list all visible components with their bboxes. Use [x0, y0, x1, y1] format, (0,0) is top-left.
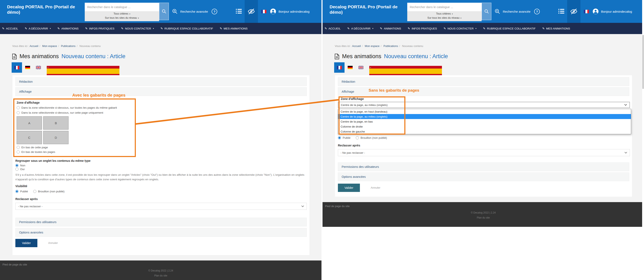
scrollbar[interactable]	[642, 0, 644, 227]
flag-gb-icon[interactable]	[36, 66, 41, 69]
section-permissions[interactable]: Permissions des utilisateurs	[338, 162, 629, 171]
language-flag-fr-icon[interactable]	[261, 10, 266, 13]
user-icon	[270, 8, 276, 14]
visibility-radio-publie[interactable]: Publié	[338, 136, 350, 140]
nav-item-nous-contacter[interactable]: ✎NOUS CONTACTER▾	[121, 27, 154, 30]
main-nav: ✎ACCUEIL ✎A DÉCOUVRIR▾ ✎ANIMATIONS ✎INFO…	[0, 23, 322, 34]
page-title-prefix: Mes animations	[20, 53, 59, 60]
document-icon	[334, 54, 339, 60]
footer-copyright: © Decalog 2022 | 2.24	[322, 211, 644, 214]
user-menu[interactable]: Bonjour admindecalog	[592, 0, 632, 23]
breadcrumb-accueil[interactable]: Accueil	[352, 44, 361, 48]
help-icon[interactable]: ?	[534, 9, 540, 14]
dropdown-option[interactable]: Colonne de droite	[338, 124, 631, 129]
nav-item-espace-collaboratif[interactable]: ✎RUBRIQUE ESPACE COLLABORATIF	[160, 27, 213, 30]
user-menu[interactable]: Bonjour admindecalog	[270, 0, 310, 23]
section-options-avancees[interactable]: Options avancées	[15, 228, 307, 237]
selection-list-icon[interactable]	[236, 8, 242, 15]
footer-sitemap-link[interactable]: Plan du site	[322, 216, 644, 219]
group-radio-non[interactable]: Non	[15, 164, 25, 167]
dropdown-option-highlighted[interactable]: Centre de la page, au milieu (onglets)	[338, 114, 631, 119]
nav-item-accueil[interactable]: ✎ACCUEIL	[324, 27, 340, 30]
zone-radio-bottom-page[interactable]: En bas de cette page	[16, 146, 48, 149]
page-title: Mes animations Nouveau contenu : Article	[12, 53, 126, 60]
section-options-avancees[interactable]: Options avancées	[338, 172, 629, 181]
flag-de-icon[interactable]	[348, 66, 353, 69]
flag-de-icon[interactable]	[25, 66, 30, 69]
breadcrumb-mon-espace[interactable]: Mon espace	[42, 44, 57, 48]
dropdown-option[interactable]: Centre de la page, en bas	[338, 119, 631, 124]
nav-item-espace-collaboratif[interactable]: ✎RUBRIQUE ESPACE COLLABORATIF	[483, 27, 536, 30]
flag-fr-selected[interactable]	[12, 62, 22, 73]
section-redaction[interactable]: Rédaction	[338, 77, 629, 86]
zone-box-a[interactable]: A	[16, 116, 42, 130]
radio-icon	[356, 136, 359, 140]
advanced-search-link[interactable]: Recherche avancée	[503, 10, 530, 13]
search-scope-dropdown[interactable]: Sur tous les sites du réseau▾	[407, 16, 482, 20]
search-input[interactable]	[85, 3, 159, 11]
nav-item-mes-animations[interactable]: ✎MES ANIMATIONS	[542, 27, 570, 30]
dropdown-option[interactable]: Colonne de gauche	[338, 129, 631, 134]
reorder-select[interactable]: - Ne pas reclasser -	[15, 203, 307, 210]
nav-item-infos-pratiques[interactable]: ✎INFOS PRATIQUES	[408, 27, 437, 30]
zone-radio-bottom-all[interactable]: En bas de toutes les pages	[16, 150, 55, 154]
nav-item-animations[interactable]: ✎ANIMATIONS	[380, 27, 401, 30]
zone-radio-all-pages[interactable]: Dans la zone sélectionnée ci-dessous, su…	[16, 106, 117, 109]
annuler-link[interactable]: Annuler	[371, 186, 380, 189]
nav-item-animations[interactable]: ✎ANIMATIONS	[58, 27, 79, 30]
section-permissions[interactable]: Permissions des utilisateurs	[15, 218, 307, 226]
search-input[interactable]	[407, 3, 482, 11]
accessibility-toggle[interactable]	[245, 0, 258, 23]
group-radio-oui[interactable]: Oui	[15, 168, 24, 171]
zone-radio-this-page[interactable]: Dans la zone sélectionnée ci-dessous, su…	[16, 111, 103, 114]
visibility-radio-brouillon[interactable]: Brouillon (non publié)	[33, 190, 64, 193]
breadcrumb-current: Nouveau contenu	[80, 44, 101, 48]
nav-item-a-decouvrir[interactable]: ✎A DÉCOUVRIR▾	[347, 27, 373, 30]
search-scope-dropdown[interactable]: Sur tous les sites du réseau▾	[85, 16, 159, 20]
annuler-link[interactable]: Annuler	[48, 241, 58, 244]
selection-list-icon[interactable]	[558, 8, 565, 15]
zone-select[interactable]: Centre de la page, au milieu (onglets)	[338, 102, 630, 108]
section-affichage[interactable]: Affichage	[15, 87, 307, 96]
zone-box-d[interactable]: D	[43, 131, 68, 144]
site-title[interactable]: Decalog PORTAIL Pro (Portail de démo)	[330, 4, 401, 15]
valider-button[interactable]: Valider	[15, 239, 38, 247]
search-criteria-dropdown[interactable]: Tous critères▾	[407, 12, 482, 16]
breadcrumb-accueil[interactable]: Accueil	[30, 44, 38, 48]
breadcrumb-publications[interactable]: Publications	[383, 44, 398, 48]
section-redaction[interactable]: Rédaction	[15, 77, 307, 86]
page-title-prefix: Mes animations	[342, 53, 381, 60]
nav-item-accueil[interactable]: ✎ACCUEIL	[2, 27, 18, 30]
nav-item-a-decouvrir[interactable]: ✎A DÉCOUVRIR▾	[25, 27, 51, 30]
search-button[interactable]	[159, 3, 169, 20]
flag-gb-icon[interactable]	[358, 66, 364, 69]
advanced-search: Recherche avancée ?	[494, 0, 540, 23]
caret-down-icon: ▾	[452, 13, 453, 15]
scrollbar-thumb[interactable]	[642, 35, 644, 89]
nav-item-mes-animations[interactable]: ✎MES ANIMATIONS	[220, 27, 248, 30]
zone-box-b[interactable]: B	[43, 116, 68, 130]
pencil-icon: ✎	[121, 27, 124, 30]
caret-down-icon: ▾	[153, 28, 154, 30]
flag-fr-selected[interactable]	[334, 62, 344, 73]
footer-sitemap-link[interactable]: Plan du site	[0, 274, 322, 277]
advanced-search-link[interactable]: Recherche avancée	[180, 10, 208, 13]
language-flag-fr-icon[interactable]	[584, 10, 589, 13]
dropdown-option[interactable]: Centre de la page, en haut (bandeau)	[338, 109, 631, 114]
breadcrumb-publications[interactable]: Publications	[61, 44, 76, 48]
breadcrumb-mon-espace[interactable]: Mon espace	[365, 44, 380, 48]
site-title[interactable]: Decalog PORTAIL Pro (Portail de démo)	[7, 4, 79, 15]
search-button[interactable]	[482, 3, 491, 20]
help-icon[interactable]: ?	[212, 9, 217, 14]
zone-box-c[interactable]: C	[16, 131, 42, 144]
search-criteria-dropdown[interactable]: Tous critères▾	[85, 12, 159, 16]
visibility-radio-publie[interactable]: Publié	[15, 190, 28, 193]
reorder-label: Reclasser après	[15, 197, 38, 201]
reorder-select[interactable]: - Ne pas reclasser -	[338, 149, 630, 156]
visibility-radio-brouillon[interactable]: Brouillon (non publié)	[356, 136, 387, 140]
search-options: Tous critères▾ Sur tous les sites du rés…	[407, 11, 482, 21]
nav-item-infos-pratiques[interactable]: ✎INFOS PRATIQUES	[85, 27, 114, 30]
accessibility-toggle[interactable]	[567, 0, 580, 23]
nav-item-nous-contacter[interactable]: ✎NOUS CONTACTER▾	[444, 27, 476, 30]
valider-button[interactable]: Valider	[338, 184, 360, 192]
